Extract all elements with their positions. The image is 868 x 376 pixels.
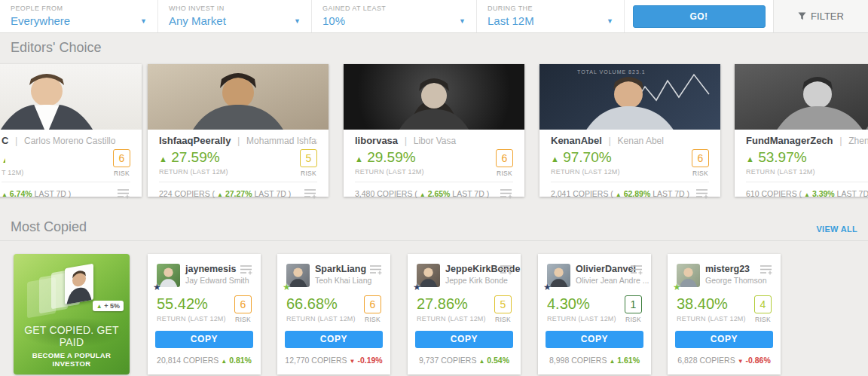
banner-text: GET COPIED. GET PAID BECOME A POPULAR IN… [14, 324, 130, 368]
down-arrow-icon: ▼ [350, 358, 356, 365]
trader-fullname: Carlos Moreno Castillo [24, 136, 115, 146]
gained-dropdown[interactable]: 10% ▼ [322, 14, 466, 27]
add-to-watchlist-icon[interactable] [304, 188, 317, 199]
return-label: RETURN (LAST 12M) [551, 168, 620, 176]
most-copied-card[interactable]: ★ SparkLiang Teoh Khai Liang 66.68% RETU… [277, 254, 390, 374]
popular-investor-star-icon: ★ [413, 283, 421, 292]
copiers-gain: 27.27% [225, 189, 252, 198]
avatar: ★ [286, 264, 310, 287]
return-block: 4.30% RETURN (LAST 12M) [547, 295, 616, 323]
add-to-watchlist-icon[interactable] [117, 188, 130, 199]
dropdown-value: Everywhere [11, 14, 70, 27]
add-to-watchlist-icon[interactable] [760, 264, 773, 275]
return-block: ▲ 97.70% RETURN (LAST 12M) [551, 149, 620, 176]
copiers-count: 12,770 COPIERS [285, 356, 347, 365]
return-block: ▲ T 12M) [2, 149, 24, 176]
copy-button[interactable]: COPY [155, 331, 253, 348]
trader-fullname: Mohammad Ishfaaq Peer... [246, 136, 317, 146]
risk-score-badge: 5 [300, 149, 317, 167]
copiers-count: 8,998 COPIERS [549, 356, 607, 365]
filter-label: GAINED AT LEAST [322, 5, 466, 12]
editors-card[interactable]: C | Carlos Moreno Castillo ▲ T 12M) 6 RI… [0, 64, 142, 197]
up-arrow-icon: ▲ [217, 191, 223, 198]
card-header: ★ jaynemesis Jay Edward Smith [148, 254, 261, 287]
editors-card[interactable]: TOTAL VOLUME 823.1 KenanAbel | Kenan Abe… [539, 64, 720, 197]
copiers-text: ▲ 6.74% LAST 7D ) [2, 189, 71, 198]
trader-username: FundManagerZech [746, 135, 833, 146]
most-copied-card[interactable]: ★ jaynemesis Jay Edward Smith 55.42% RET… [148, 254, 261, 374]
down-arrow-icon: ▼ [738, 358, 744, 365]
copy-button[interactable]: COPY [546, 331, 643, 348]
risk-block: 6 RISK [496, 149, 513, 177]
risk-score-badge: 6 [364, 295, 381, 313]
return-label: RETURN (LAST 12M) [157, 315, 226, 323]
trader-name-row[interactable]: IshfaaqPeerally | Mohammad Ishfaaq Peer.… [159, 135, 317, 146]
view-all-link[interactable]: VIEW ALL [816, 225, 857, 234]
return-row: 4.30% RETURN (LAST 12M) 1 RISK [538, 295, 651, 323]
return-block: ▲ 27.59% RETURN (LAST 12M) [159, 149, 228, 176]
return-label: RETURN (LAST 12M) [746, 168, 815, 176]
risk-score-badge: 6 [692, 149, 709, 167]
return-row: ▲ T 12M) 6 RISK [2, 149, 130, 177]
get-copied-banner[interactable]: ▲ + 5% GET COPIED. GET PAID BECOME A POP… [14, 254, 130, 374]
up-arrow-icon: ▲ [221, 358, 227, 365]
add-to-watchlist-icon[interactable] [369, 264, 383, 275]
most-copied-card[interactable]: ★ JeppeKirkBonde Jeppe Kirk Bonde 27.86%… [408, 254, 521, 374]
filter-button[interactable]: FILTER [773, 0, 868, 32]
trader-username[interactable]: misterg23 [705, 264, 767, 274]
most-copied-card[interactable]: ★ OlivierDanvel Olivier Jean Andre ... 4… [538, 254, 651, 374]
filter-people-from: PEOPLE FROM Everywhere ▼ [0, 0, 158, 32]
during-dropdown[interactable]: Last 12M ▼ [487, 14, 613, 27]
most-copied-card[interactable]: ★ misterg23 George Thomson 38.40% RETURN… [668, 254, 781, 374]
up-arrow-icon: ▲ [355, 154, 363, 164]
add-to-watchlist-icon[interactable] [695, 188, 709, 199]
risk-caption: RISK [692, 170, 709, 177]
up-arrow-icon: ▲ [420, 191, 426, 198]
return-label: RETURN (LAST 12M) [286, 315, 356, 323]
copy-button[interactable]: COPY [285, 331, 383, 348]
trader-photo [148, 64, 329, 130]
copiers-row: 2,041 COPIERS ( ▲ 62.89% LAST 7D ) [539, 182, 720, 199]
copiers-gain: 62.89% [624, 189, 651, 198]
person-silhouette [344, 66, 524, 130]
go-button[interactable]: GO! [633, 5, 766, 28]
add-to-watchlist-icon[interactable] [630, 264, 643, 275]
editors-card[interactable]: FundManagerZech | Zheng Bin ▲ 53.97% RET… [735, 64, 868, 197]
filter-label: PEOPLE FROM [11, 5, 147, 12]
trader-fullname: Olivier Jean Andre ... [576, 276, 642, 285]
trader-name-row[interactable]: FundManagerZech | Zheng Bin [746, 135, 868, 146]
return-row: ▲ 97.70% RETURN (LAST 12M) 6 RISK [551, 149, 709, 177]
popular-investor-star-icon: ★ [283, 283, 291, 292]
risk-caption: RISK [113, 170, 130, 177]
copiers-text: 3,480 COPIERS ( ▲ 2.65% LAST 7D ) [355, 189, 489, 198]
trader-name-row[interactable]: C | Carlos Moreno Castillo [2, 135, 130, 146]
risk-score-badge: 5 [494, 295, 512, 313]
editors-card[interactable]: IshfaaqPeerally | Mohammad Ishfaaq Peer.… [148, 64, 329, 197]
trader-username: C [2, 135, 8, 146]
people-from-dropdown[interactable]: Everywhere ▼ [11, 14, 147, 27]
risk-score-badge: 6 [113, 149, 130, 167]
invest-in-dropdown[interactable]: Any Market ▼ [169, 14, 301, 27]
add-to-watchlist-icon[interactable] [240, 264, 253, 275]
copiers-change: 1.61% [617, 356, 640, 365]
add-to-watchlist-icon[interactable] [500, 188, 513, 199]
section-divider [0, 240, 868, 241]
trader-photo [0, 64, 142, 130]
return-value: 27.86% [417, 295, 486, 313]
trader-name-row[interactable]: KenanAbel | Kenan Abel [551, 135, 709, 146]
trader-fullname: Teoh Khai Liang [315, 276, 371, 285]
copy-button[interactable]: COPY [675, 331, 773, 348]
banner-card-front [65, 264, 93, 305]
up-arrow-icon: ▲ [2, 191, 8, 198]
card-header: ★ misterg23 George Thomson [668, 254, 781, 287]
copiers-row: 610 COPIERS ( ▲ 3.39% LAST 7D ) [735, 182, 868, 199]
filter-label: WHO INVEST IN [169, 5, 301, 12]
editors-card[interactable]: liborvasa | Libor Vasa ▲ 29.59% RETURN (… [344, 64, 524, 197]
copiers-row: 224 COPIERS ( ▲ 27.27% LAST 7D ) [148, 182, 329, 199]
trader-name-row[interactable]: liborvasa | Libor Vasa [355, 135, 513, 146]
up-arrow-icon: ▲ [609, 358, 615, 365]
add-to-watchlist-icon[interactable] [500, 264, 513, 275]
copy-button[interactable]: COPY [415, 331, 513, 348]
return-value: ▲ [2, 149, 24, 167]
trader-username[interactable]: SparkLiang [315, 264, 371, 274]
